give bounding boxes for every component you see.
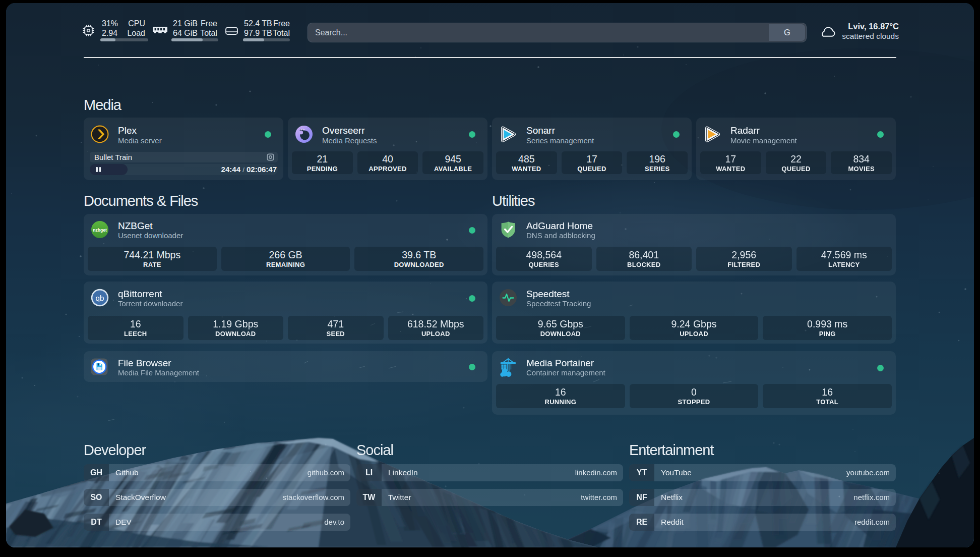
svg-text:qb: qb <box>95 294 104 302</box>
svg-text:nzbget: nzbget <box>93 228 107 233</box>
